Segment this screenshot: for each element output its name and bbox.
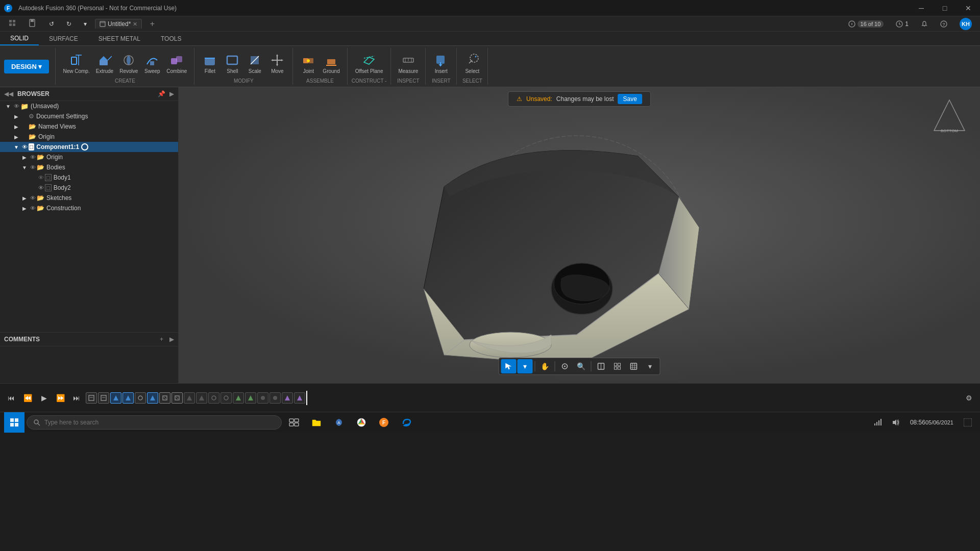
- timeline-item-9[interactable]: [184, 392, 195, 404]
- expand-component1[interactable]: ▼: [12, 143, 20, 151]
- tree-item-doc-settings[interactable]: ▶ ⚙ Document Settings: [0, 111, 178, 121]
- file-tab[interactable]: Untitled* ✕: [95, 19, 142, 29]
- tree-item-sketches[interactable]: ▶ 👁 📂 Sketches: [0, 193, 178, 203]
- volume-icon[interactable]: [888, 412, 904, 433]
- expand-unsaved[interactable]: ▼: [4, 102, 12, 110]
- extrude-button[interactable]: Extrude: [93, 51, 116, 75]
- tree-item-bodies[interactable]: ▼ 👁 📂 Bodies: [0, 162, 178, 172]
- notifications-tray[interactable]: [960, 412, 976, 433]
- select-mode-button[interactable]: [501, 359, 517, 373]
- tree-item-unsaved[interactable]: ▼ 👁 📁 (Unsaved): [0, 101, 178, 111]
- measure-button[interactable]: Measure: [395, 51, 421, 75]
- modify-btn-4[interactable]: Move: [266, 51, 288, 75]
- timeline-item-8[interactable]: [172, 392, 183, 404]
- display-mode-button[interactable]: [594, 359, 609, 373]
- save-file-button[interactable]: [24, 18, 41, 30]
- zoom-button[interactable]: 🔍: [574, 359, 589, 373]
- grid-button[interactable]: [610, 359, 625, 373]
- taskbar-search[interactable]: [27, 415, 282, 430]
- timeline-item-15[interactable]: [257, 392, 268, 404]
- tab-solid[interactable]: SOLID: [0, 32, 39, 45]
- offset-plane-button[interactable]: Offset Plane: [352, 51, 386, 75]
- tab-tools[interactable]: TOOLS: [151, 32, 191, 45]
- timeline-item-3[interactable]: [110, 392, 121, 404]
- timeline-item-2[interactable]: [98, 392, 109, 404]
- viewport-canvas[interactable]: ⚠ Unsaved: Changes may be lost Save: [179, 87, 980, 383]
- timeline-start-button[interactable]: ⏮: [4, 391, 18, 405]
- timeline-prev-button[interactable]: ⏪: [20, 391, 35, 405]
- maximize-button[interactable]: □: [933, 0, 957, 16]
- new-tab-button[interactable]: +: [146, 18, 158, 30]
- redo-button[interactable]: ↻: [62, 19, 76, 29]
- timer-button[interactable]: 1: [892, 19, 913, 29]
- undo-dropdown[interactable]: ▾: [80, 19, 91, 29]
- orbit-button[interactable]: ▾: [518, 359, 533, 373]
- timeline-item-18[interactable]: [294, 392, 305, 404]
- expand-body1[interactable]: ▶: [29, 173, 37, 182]
- tree-item-named-views[interactable]: ▶ 📂 Named Views: [0, 121, 178, 132]
- timeline-play-button[interactable]: ▶: [37, 391, 51, 405]
- comments-add-icon[interactable]: +: [160, 336, 163, 343]
- combine-button[interactable]: Combine: [163, 51, 190, 75]
- antivirus-taskbar[interactable]: A: [329, 412, 349, 433]
- timeline-item-16[interactable]: [270, 392, 281, 404]
- tree-item-body1[interactable]: ▶ 👁 □ Body1: [0, 172, 178, 183]
- timeline-item-7[interactable]: [159, 392, 170, 404]
- close-button[interactable]: ✕: [957, 0, 980, 16]
- tree-item-body2[interactable]: ▶ 👁 □ Body2: [0, 183, 178, 193]
- modify-btn-1[interactable]: Fillet: [199, 51, 221, 75]
- timeline-next-button[interactable]: ⏩: [53, 391, 67, 405]
- timeline-item-4[interactable]: [122, 392, 134, 404]
- modify-btn-3[interactable]: Scale: [243, 51, 266, 75]
- revolve-button[interactable]: Revolve: [116, 51, 141, 75]
- browser-collapse-icon[interactable]: ◀◀: [4, 90, 13, 97]
- select-button[interactable]: Select: [461, 51, 483, 75]
- timeline-item-5[interactable]: [135, 392, 146, 404]
- pan-button[interactable]: ✋: [537, 359, 553, 373]
- timeline-item-6[interactable]: [147, 392, 158, 404]
- comments-expand-icon[interactable]: ▶: [169, 336, 174, 343]
- timeline-item-14[interactable]: [245, 392, 256, 404]
- timeline-item-12[interactable]: [220, 392, 232, 404]
- new-component-button[interactable]: New Comp.: [60, 51, 92, 75]
- tree-item-origin-top[interactable]: ▶ 📂 Origin: [0, 132, 178, 142]
- view-cube[interactable]: BOTTOM: [929, 97, 970, 138]
- fusion360-taskbar[interactable]: F: [374, 412, 394, 433]
- ground-button[interactable]: Ground: [320, 51, 342, 75]
- start-button[interactable]: [4, 412, 24, 433]
- expand-named-views[interactable]: ▶: [12, 122, 20, 131]
- taskview-button[interactable]: [284, 412, 304, 433]
- notification-button[interactable]: [917, 19, 932, 29]
- design-workspace-button[interactable]: DESIGN ▾: [4, 60, 49, 73]
- environment-button[interactable]: [626, 359, 642, 373]
- tree-item-construction[interactable]: ▶ 👁 📂 Construction: [0, 203, 178, 213]
- chrome-taskbar[interactable]: [351, 412, 372, 433]
- insert-button[interactable]: Insert: [430, 51, 452, 75]
- expand-bodies[interactable]: ▼: [20, 163, 29, 171]
- expand-sketches[interactable]: ▶: [20, 194, 29, 202]
- browser-expand-icon[interactable]: ▶: [169, 90, 174, 97]
- file-menu[interactable]: [4, 18, 20, 30]
- joint-button[interactable]: Joint: [297, 51, 320, 75]
- expand-origin-top[interactable]: ▶: [12, 133, 20, 141]
- modify-btn-2[interactable]: Shell: [221, 51, 243, 75]
- timeline-item-1[interactable]: [86, 392, 97, 404]
- expand-origin-comp[interactable]: ▶: [20, 153, 29, 161]
- look-at-button[interactable]: [557, 359, 573, 373]
- minimize-button[interactable]: ─: [910, 0, 933, 16]
- version-info[interactable]: 16 of 10: [844, 19, 888, 29]
- expand-construction[interactable]: ▶: [20, 204, 29, 212]
- tab-surface[interactable]: SURFACE: [39, 32, 88, 45]
- expand-doc[interactable]: ▶: [12, 112, 20, 120]
- undo-button[interactable]: ↺: [45, 19, 58, 29]
- timeline-item-11[interactable]: [208, 392, 219, 404]
- sweep-button[interactable]: Sweep: [141, 51, 163, 75]
- expand-body2[interactable]: ▶: [29, 184, 37, 192]
- taskbar-search-input[interactable]: [44, 419, 275, 426]
- timeline-settings-button[interactable]: ⚙: [962, 391, 976, 405]
- timeline-end-button[interactable]: ⏭: [69, 391, 84, 405]
- timeline-item-10[interactable]: [196, 392, 207, 404]
- tree-item-origin-comp[interactable]: ▶ 👁 📂 Origin: [0, 152, 178, 162]
- help-button[interactable]: ?: [936, 19, 951, 29]
- user-button[interactable]: KH: [955, 17, 976, 31]
